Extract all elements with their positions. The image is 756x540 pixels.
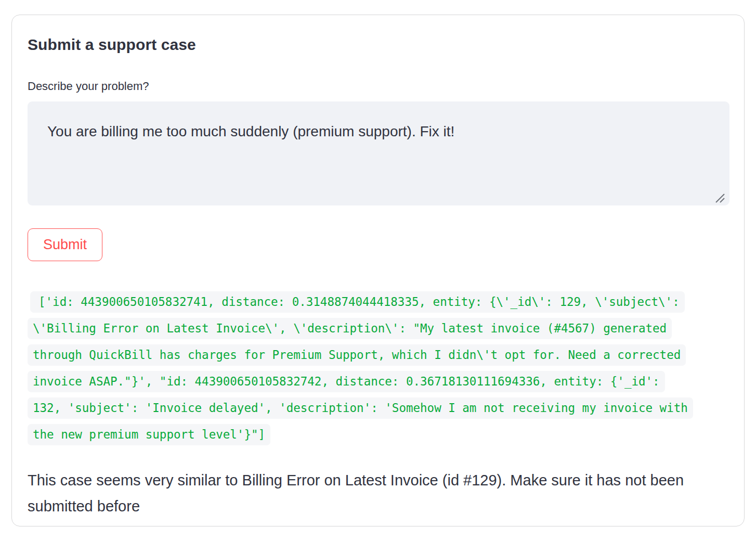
problem-question-label: Describe your problem? <box>28 80 728 93</box>
code-line: the new premium support level'}"] <box>28 421 728 447</box>
problem-description-input[interactable]: You are billing me too much suddenly (pr… <box>28 101 729 205</box>
code-line: through QuickBill has charges for Premiu… <box>28 341 728 368</box>
code-line: ['id: 443900650105832741, distance: 0.31… <box>28 288 728 315</box>
code-line: \'Billing Error on Latest Invoice\', \'d… <box>28 315 728 341</box>
vector-search-results-code: ['id: 443900650105832741, distance: 0.31… <box>28 288 728 447</box>
page-title: Submit a support case <box>28 36 728 54</box>
submit-button[interactable]: Submit <box>28 228 102 261</box>
code-line: invoice ASAP."}', "id: 44390065010583274… <box>28 368 728 394</box>
app-page: Submit a support case Describe your prob… <box>0 0 756 540</box>
code-line: 132, 'subject': 'Invoice delayed', 'desc… <box>28 394 728 421</box>
support-case-card: Submit a support case Describe your prob… <box>11 15 745 526</box>
similar-case-note: This case seems very similar to Billing … <box>28 467 728 519</box>
problem-textarea-container: You are billing me too much suddenly (pr… <box>28 101 729 208</box>
